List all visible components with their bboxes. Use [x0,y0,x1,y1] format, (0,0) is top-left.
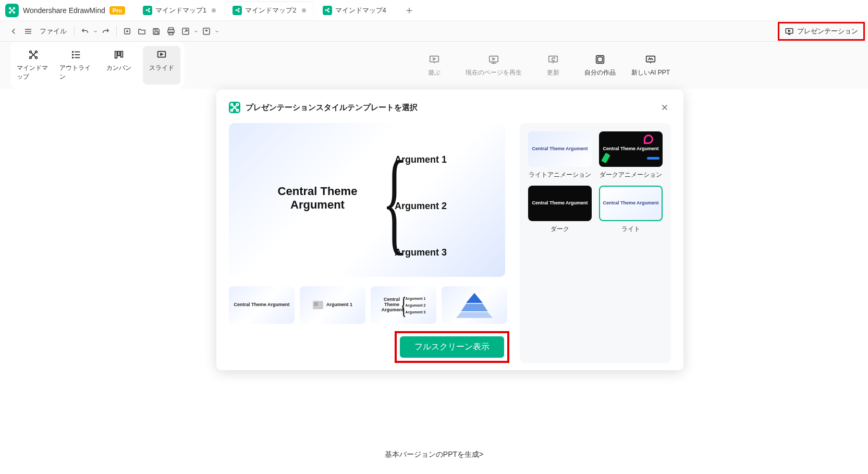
dirty-indicator-icon [212,8,216,13]
view-mindmap[interactable]: マインドマップ [15,46,52,84]
toolbar: ファイル プレゼンテーション [0,21,868,42]
svg-point-2 [9,11,11,13]
view-outline[interactable]: アウトライン [57,46,95,84]
image-placeholder-icon [313,301,323,309]
export-dropdown[interactable] [193,24,199,39]
preview-arg3: Argument 3 [395,247,447,258]
thumb-text: Central Theme Argument [381,297,402,313]
action-label: 自分の作品 [584,68,616,77]
thumb-row: Central Theme Argument Argument 1 Centra… [229,286,509,324]
svg-point-0 [9,7,11,9]
svg-rect-30 [118,52,120,56]
presentation-label: プレゼンテーション [797,27,858,36]
style-dark-animation[interactable]: Central Theme Argument ダークアニメーション [599,131,663,179]
svg-rect-31 [121,52,123,57]
share-button[interactable] [199,24,214,39]
title-bar: Wondershare EdrawMind Pro マインドマップ1 マインドマ… [0,0,868,21]
app-logo-icon [229,102,240,113]
tab-label: マインドマップ4 [335,6,386,15]
style-label: ダークアニメーション [600,171,662,179]
view-kanban[interactable]: カンバン [100,46,138,84]
menu-button[interactable] [21,24,35,39]
preview-arg2: Argument 2 [395,201,447,212]
thumb-1[interactable]: Central Theme Argument [229,286,295,324]
svg-point-10 [325,10,326,11]
svg-point-4 [146,10,147,11]
svg-point-24 [30,57,32,59]
view-group: マインドマップ アウトライン カンバン スライド [10,42,185,89]
svg-point-39 [231,104,233,106]
modal-close-button[interactable] [658,101,671,114]
style-label: ダーク [551,225,569,234]
action-label: 新しいAI PPT [631,68,670,77]
ribbon: マインドマップ アウトライン カンバン スライド 遊ぶ 現在のページを再生 更新 [0,42,868,89]
presentation-highlight: プレゼンテーション [778,22,865,41]
action-label: 遊ぶ [428,68,441,77]
mindmap-icon [143,6,152,15]
style-label: ライトアニメーション [529,171,591,179]
fullscreen-button[interactable]: フルスクリーン表示 [400,336,504,358]
tab-label: マインドマップ2 [245,6,296,15]
undo-button[interactable] [78,24,92,39]
style-light-animation[interactable]: Central Theme Argument ライトアニメーション [528,131,592,179]
thumb-2[interactable]: Argument 1 [300,286,365,324]
back-button[interactable] [6,24,21,39]
action-label: 現在のページを再生 [466,68,522,77]
view-label: アウトライン [59,64,93,81]
action-newai[interactable]: 新しいAI PPT [631,54,670,77]
new-button[interactable] [120,24,135,39]
tab-mindmap4[interactable]: マインドマップ4 [315,2,394,19]
share-dropdown[interactable] [214,24,220,39]
pyramid-icon [454,290,495,320]
style-light[interactable]: Central Theme Argument ライト [599,186,663,234]
svg-point-23 [35,51,38,53]
tab-strip: マインドマップ1 マインドマップ2 マインドマップ4 ＋ [136,0,414,20]
svg-rect-29 [115,52,117,58]
svg-point-25 [35,57,38,59]
action-label: 更新 [547,68,559,77]
export-button[interactable] [178,24,193,39]
view-slide[interactable]: スライド [143,46,180,84]
style-label: ライト [621,225,640,234]
action-group: 遊ぶ 現在のページを再生 更新 自分の作品 新しいAI PPT [419,54,670,77]
add-tab-button[interactable]: ＋ [404,3,414,17]
undo-dropdown[interactable] [92,24,99,39]
svg-point-26 [72,52,74,53]
view-label: マインドマップ [17,64,50,81]
action-refresh[interactable]: 更新 [537,54,569,77]
svg-point-40 [237,104,239,106]
svg-point-22 [30,51,32,53]
presentation-button[interactable]: プレゼンテーション [780,25,862,38]
svg-marker-44 [461,304,487,311]
svg-point-42 [237,110,239,112]
modal-title: プレゼンテーションスタイルテンプレートを選択 [246,103,418,113]
svg-marker-43 [466,293,483,303]
save-button[interactable] [149,24,164,39]
svg-rect-15 [155,28,157,30]
thumb-text: Argument 1 [326,302,352,308]
style-dark[interactable]: Central Theme Argument ダーク [528,186,592,234]
svg-point-28 [72,57,74,58]
view-label: スライド [149,64,174,72]
redo-button[interactable] [99,24,113,39]
tab-mindmap1[interactable]: マインドマップ1 [136,2,223,19]
action-replay[interactable]: 現在のページを再生 [466,54,522,77]
action-myworks[interactable]: 自分の作品 [584,54,616,77]
view-label: カンバン [106,64,131,72]
print-button[interactable] [164,24,178,39]
tab-mindmap2[interactable]: マインドマップ2 [225,2,313,19]
svg-point-3 [14,11,15,13]
brace-icon: { [402,291,406,319]
generate-basic-ppt-link[interactable]: 基本バージョンのPPTを生成> [385,450,483,459]
app-name: Wondershare EdrawMind [23,6,105,15]
thumb-4[interactable] [442,286,507,324]
svg-point-27 [72,54,74,55]
style-column: Central Theme Argument ライトアニメーション Centra… [520,123,671,363]
thumb-3[interactable]: Central Theme Argument { Argument 1 Argu… [371,286,436,324]
action-play[interactable]: 遊ぶ [419,54,450,77]
open-button[interactable] [135,24,149,39]
preview-arg1: Argument 1 [395,154,447,165]
svg-marker-45 [456,312,493,318]
dirty-indicator-icon [302,8,306,13]
file-menu[interactable]: ファイル [35,27,71,36]
